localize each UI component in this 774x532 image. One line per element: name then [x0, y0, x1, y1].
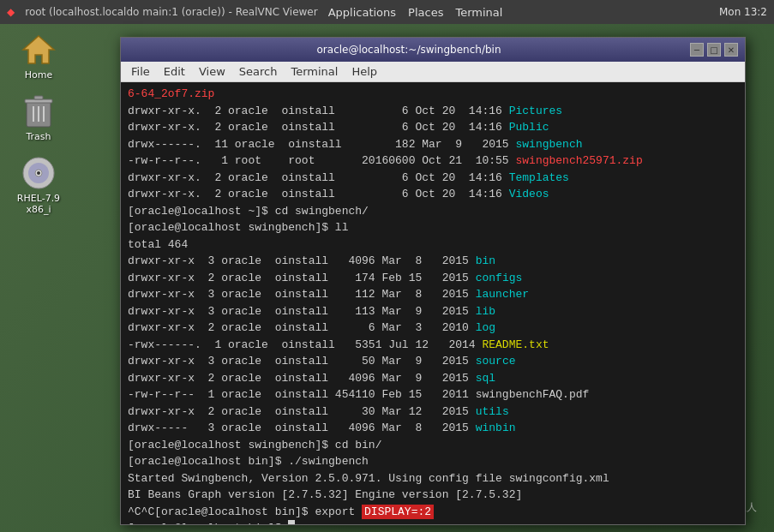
svg-marker-0 — [23, 36, 54, 63]
desktop-icons: Home Trash — [9, 33, 69, 215]
terminal-line-15: drwxr-xr-x 2 oracle oinstall 6 Mar 3 201… — [128, 320, 738, 337]
search-menu[interactable]: Search — [232, 63, 285, 80]
terminal-line-19: -rw-r--r-- 1 oracle oinstall 454110 Feb … — [128, 386, 738, 403]
maximize-button[interactable]: □ — [707, 43, 721, 57]
terminal-content[interactable]: 6-64_2of7.zip drwxr-xr-x. 2 oracle oinst… — [121, 82, 745, 524]
terminal-window: oracle@localhost:~/swingbench/bin ─ □ ✕ … — [120, 37, 746, 525]
system-menu: Applications Places Terminal — [328, 6, 503, 19]
terminal-line-22: [oracle@localhost swingbench]$ cd bin/ — [128, 437, 738, 454]
file-menu[interactable]: File — [124, 63, 157, 80]
terminal-menu-item[interactable]: Terminal — [284, 63, 345, 80]
terminal-line-3: drwxr-xr-x. 2 oracle oinstall 6 Oct 20 1… — [128, 119, 738, 136]
terminal-line-14: drwxr-xr-x 3 oracle oinstall 113 Mar 9 2… — [128, 303, 738, 320]
rhel-icon-label: RHEL-7.9x86_i — [17, 193, 60, 215]
terminal-line-24: Started Swingbench, Version 2.5.0.971. U… — [128, 470, 738, 487]
terminal-line-11: drwxr-xr-x 3 oracle oinstall 4096 Mar 8 … — [128, 253, 738, 270]
places-menu[interactable]: Places — [408, 6, 443, 19]
home-icon-desktop[interactable]: Home — [9, 33, 69, 81]
view-menu[interactable]: View — [192, 63, 232, 80]
svg-rect-3 — [34, 96, 43, 99]
terminal-line-2: drwxr-xr-x. 2 oracle oinstall 6 Oct 20 1… — [128, 103, 738, 120]
system-time: Mon 13:2 — [719, 6, 767, 18]
trash-folder-icon — [21, 94, 56, 129]
terminal-line-8: [oracle@localhost ~]$ cd swingbench/ — [128, 203, 738, 220]
svg-rect-2 — [25, 99, 52, 103]
trash-icon-label: Trash — [26, 131, 51, 142]
close-button[interactable]: ✕ — [724, 43, 738, 57]
desktop: Home Trash — [0, 24, 774, 532]
home-icon-label: Home — [25, 69, 52, 81]
menu-bar: File Edit View Search Terminal Help — [121, 62, 745, 82]
dvd-disc-icon — [21, 156, 56, 190]
home-folder-icon — [21, 33, 56, 67]
terminal-line-1: 6-64_2of7.zip — [128, 86, 738, 103]
dvd-icon-desktop[interactable]: RHEL-7.9x86_i — [9, 156, 69, 215]
system-bar: ◆ root (localhost.localdo main:1 (oracle… — [0, 0, 774, 24]
trash-icon-desktop[interactable]: Trash — [9, 94, 69, 142]
edit-menu[interactable]: Edit — [157, 63, 192, 80]
terminal-line-12: drwxr-xr-x 2 oracle oinstall 174 Feb 15 … — [128, 270, 738, 287]
terminal-line-10: total 464 — [128, 236, 738, 254]
terminal-menu[interactable]: Terminal — [455, 6, 502, 19]
terminal-line-18: drwxr-xr-x 2 oracle oinstall 4096 Mar 9 … — [128, 370, 738, 387]
terminal-line-26: ^C^C[oracle@localhost bin]$ export DISPL… — [128, 504, 738, 521]
title-bar-text: oracle@localhost:~/swingbench/bin — [128, 44, 690, 56]
terminal-line-23: [oracle@localhost bin]$ ./swingbench — [128, 453, 738, 470]
terminal-line-20: drwxr-xr-x 2 oracle oinstall 30 Mar 12 2… — [128, 403, 738, 421]
svg-point-10 — [37, 171, 40, 175]
terminal-line-17: drwxr-xr-x 3 oracle oinstall 50 Mar 9 20… — [128, 353, 738, 370]
terminal-line-5: -rw-r--r--. 1 root root 20160600 Oct 21 … — [128, 152, 738, 170]
vnc-icon: ◆ — [7, 6, 15, 18]
terminal-line-9: [oracle@localhost swingbench]$ ll — [128, 219, 738, 236]
title-bar: oracle@localhost:~/swingbench/bin ─ □ ✕ — [121, 38, 745, 62]
terminal-line-16: -rwx------. 1 oracle oinstall 5351 Jul 1… — [128, 337, 738, 354]
terminal-line-7: drwxr-xr-x. 2 oracle oinstall 6 Oct 20 1… — [128, 186, 738, 203]
terminal-line-4: drwx------. 11 oracle oinstall 182 Mar 9… — [128, 136, 738, 153]
title-bar-buttons: ─ □ ✕ — [690, 43, 738, 57]
terminal-line-21: drwx----- 3 oracle oinstall 4096 Mar 8 2… — [128, 420, 738, 437]
minimize-button[interactable]: ─ — [690, 43, 704, 57]
window-title: root (localhost.localdo main:1 (oracle))… — [25, 6, 317, 18]
terminal-line-27: [oracle@localhost bin]$ — [128, 520, 738, 524]
help-menu[interactable]: Help — [345, 63, 384, 80]
applications-menu[interactable]: Applications — [328, 6, 396, 19]
terminal-line-13: drwxr-xr-x 3 oracle oinstall 112 Mar 8 2… — [128, 286, 738, 303]
terminal-line-6: drwxr-xr-x. 2 oracle oinstall 6 Oct 20 1… — [128, 170, 738, 187]
system-bar-left: ◆ root (localhost.localdo main:1 (oracle… — [7, 6, 502, 19]
terminal-line-25: BI Beans Graph version [2.7.5.32] Engine… — [128, 487, 738, 504]
